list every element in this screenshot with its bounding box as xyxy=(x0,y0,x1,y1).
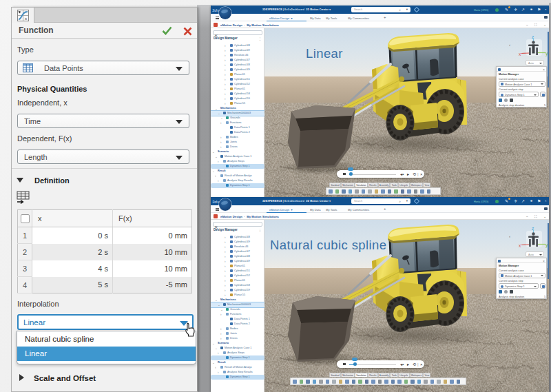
svg-text:x: x xyxy=(519,243,521,248)
svg-text:x: x xyxy=(25,17,27,21)
svg-text:z: z xyxy=(532,34,534,39)
svg-text:x: x xyxy=(519,52,521,56)
svg-text:z: z xyxy=(532,226,534,231)
